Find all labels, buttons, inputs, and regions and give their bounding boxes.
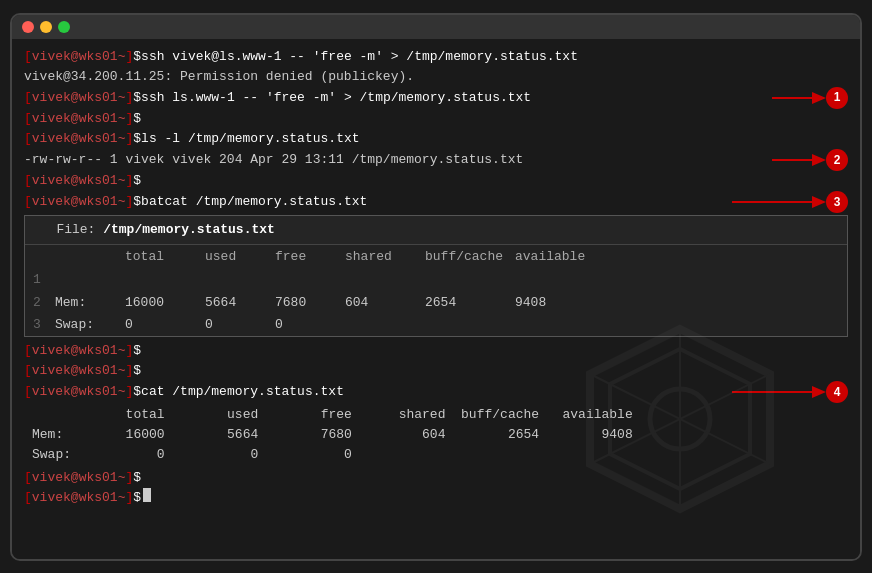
cat-header-row: total used free shared buff/cache availa… <box>32 405 840 425</box>
file-header: File: /tmp/memory.status.txt <box>25 216 847 245</box>
col-shared-header: shared <box>345 247 425 267</box>
terminal-window: [vivek@wks01 ~] $ ssh vivek@ls.www-1 -- … <box>10 13 862 561</box>
cmd-ssh-success: ssh ls.www-1 -- 'free -m' > /tmp/memory.… <box>141 88 531 108</box>
file-display-section: File: /tmp/memory.status.txt total used … <box>24 215 848 337</box>
row2-num: 2 <box>33 293 55 313</box>
ls-output: -rw-rw-r-- 1 vivek vivek 204 Apr 29 13:1… <box>24 150 523 170</box>
annotation-3: 3 <box>732 191 848 213</box>
svg-marker-7 <box>812 154 826 166</box>
arrow-line-2 <box>772 159 812 161</box>
arrowhead-4 <box>812 386 826 398</box>
col-total-header: total <box>125 247 205 267</box>
terminal-line-cat: [vivek@wks01 ~] $ cat /tmp/memory.status… <box>24 382 726 402</box>
terminal-line-5: [vivek@wks01 ~] $ ls -l /tmp/memory.stat… <box>24 129 848 149</box>
col-label-header <box>55 247 125 267</box>
annotation-1: 1 <box>772 87 848 109</box>
terminal-titlebar <box>12 15 860 39</box>
table-row-1: 1 <box>25 269 847 291</box>
maximize-button[interactable] <box>58 21 70 33</box>
arrowhead-1 <box>812 92 826 104</box>
mem-buffcache: 2654 <box>425 293 515 313</box>
circle-num-2: 2 <box>826 149 848 171</box>
cmd-batcat: batcat /tmp/memory.status.txt <box>141 192 367 212</box>
terminal-line-7: [vivek@wks01 ~] $ <box>24 171 848 191</box>
arrow-line-1 <box>772 97 812 99</box>
circle-num-3: 3 <box>826 191 848 213</box>
annotation-2: 2 <box>772 149 848 171</box>
terminal-line-2: vivek@34.200.11.25: Permission denied (p… <box>24 67 848 87</box>
col-free-header: free <box>275 247 345 267</box>
annotation-4: 4 <box>732 381 848 403</box>
row1-num: 1 <box>33 270 55 290</box>
cat-mem-row: Mem: 16000 5664 7680 604 2654 9408 <box>32 425 840 445</box>
mem-label: Mem: <box>55 293 125 313</box>
terminal-line-10: [vivek@wks01 ~] $ <box>24 361 848 381</box>
mem-free: 7680 <box>275 293 345 313</box>
mem-used: 5664 <box>205 293 275 313</box>
swap-total: 0 <box>125 315 205 335</box>
mem-shared: 604 <box>345 293 425 313</box>
swap-used: 0 <box>205 315 275 335</box>
table-header-row: total used free shared buff/cache availa… <box>25 245 847 269</box>
swap-label: Swap: <box>55 315 125 335</box>
row3-num: 3 <box>33 315 55 335</box>
terminal-line-6-container: -rw-rw-r-- 1 vivek vivek 204 Apr 29 13:1… <box>24 149 848 171</box>
circle-num-4: 4 <box>826 381 848 403</box>
cursor-block <box>143 488 151 502</box>
terminal-line-final2: [vivek@wks01 ~] $ <box>24 488 848 508</box>
svg-marker-9 <box>812 386 826 398</box>
cmd-cat: cat /tmp/memory.status.txt <box>141 382 344 402</box>
mem-available: 9408 <box>515 293 595 313</box>
mem-total: 16000 <box>125 293 205 313</box>
bracket-open: [ <box>24 47 32 67</box>
svg-marker-6 <box>812 92 826 104</box>
permission-denied-output: vivek@34.200.11.25: Permission denied (p… <box>24 67 414 87</box>
terminal-line-3-container: [vivek@wks01 ~] $ ssh ls.www-1 -- 'free … <box>24 87 848 109</box>
close-button[interactable] <box>22 21 34 33</box>
file-path: /tmp/memory.status.txt <box>103 222 275 237</box>
terminal-line-3: [vivek@wks01 ~] $ ssh ls.www-1 -- 'free … <box>24 88 766 108</box>
col-available-header: available <box>515 247 595 267</box>
arrowhead-3 <box>812 196 826 208</box>
table-row-2: 2 Mem: 16000 5664 7680 604 2654 9408 <box>25 292 847 314</box>
svg-marker-8 <box>812 196 826 208</box>
terminal-line-8-container: [vivek@wks01 ~] $ batcat /tmp/memory.sta… <box>24 191 848 213</box>
col-num-header <box>33 247 55 267</box>
swap-free: 0 <box>275 315 345 335</box>
arrow-line-4 <box>732 391 812 393</box>
prompt-user: vivek <box>32 47 71 67</box>
terminal-line-1: [vivek@wks01 ~] $ ssh vivek@ls.www-1 -- … <box>24 47 848 67</box>
cat-swap-row: Swap: 0 0 0 <box>32 445 840 465</box>
terminal-body: [vivek@wks01 ~] $ ssh vivek@ls.www-1 -- … <box>12 39 860 559</box>
terminal-line-8: [vivek@wks01 ~] $ batcat /tmp/memory.sta… <box>24 192 726 212</box>
table-row-3: 3 Swap: 0 0 0 <box>25 314 847 336</box>
terminal-line-final1: [vivek@wks01 ~] $ <box>24 468 848 488</box>
terminal-line-6: -rw-rw-r-- 1 vivek vivek 204 Apr 29 13:1… <box>24 150 766 170</box>
col-used-header: used <box>205 247 275 267</box>
minimize-button[interactable] <box>40 21 52 33</box>
cmd-ls: ls -l /tmp/memory.status.txt <box>141 129 359 149</box>
arrowhead-2 <box>812 154 826 166</box>
terminal-line-4: [vivek@wks01 ~] $ <box>24 109 848 129</box>
terminal-line-9: [vivek@wks01 ~] $ <box>24 341 848 361</box>
circle-num-1: 1 <box>826 87 848 109</box>
cmd-ssh-failed: ssh vivek@ls.www-1 -- 'free -m' > /tmp/m… <box>141 47 578 67</box>
col-buffcache-header: buff/cache <box>425 247 515 267</box>
terminal-line-cat-container: [vivek@wks01 ~] $ cat /tmp/memory.status… <box>24 381 848 403</box>
arrow-line-3 <box>732 201 812 203</box>
cat-output-section: total used free shared buff/cache availa… <box>24 403 848 467</box>
